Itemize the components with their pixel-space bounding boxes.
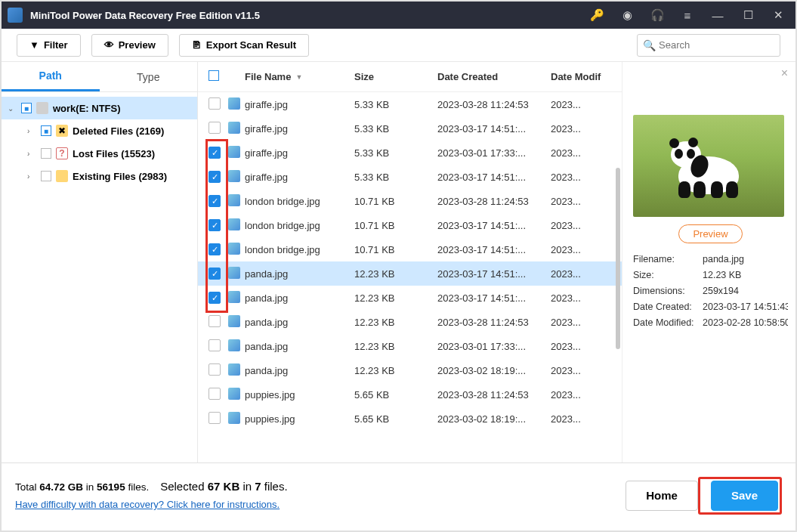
image-file-icon: [228, 388, 240, 400]
cell-name: giraffe.jpg: [245, 172, 354, 183]
menu-icon[interactable]: ≡: [681, 8, 694, 22]
cell-size: 5.33 KB: [354, 172, 437, 183]
minimize-icon[interactable]: —: [711, 8, 724, 22]
key-icon[interactable]: 🔑: [590, 8, 604, 22]
left-pane: Path Type ⌄ ■ work(E: NTFS) › ■ ✖ Delete…: [2, 62, 198, 462]
row-checkbox[interactable]: [209, 122, 221, 134]
home-button[interactable]: Home: [626, 481, 698, 511]
help-link[interactable]: Have difficulty with data recovery? Clic…: [15, 499, 280, 510]
image-file-icon: [228, 267, 240, 279]
tabs: Path Type: [2, 62, 197, 92]
row-checkbox[interactable]: [209, 315, 221, 327]
table-body: giraffe.jpg5.33 KB2023-03-28 11:24:53202…: [198, 92, 622, 462]
table-row[interactable]: panda.jpg12.23 KB2023-03-02 18:19:...202…: [198, 358, 622, 382]
search-input[interactable]: [637, 34, 780, 57]
preview-image-button[interactable]: Preview: [678, 224, 742, 243]
table-row[interactable]: ✓london bridge.jpg10.71 KB2023-03-17 14:…: [198, 237, 622, 261]
cell-created: 2023-03-17 14:51:...: [437, 292, 551, 304]
image-file-icon: [228, 170, 240, 182]
table-row[interactable]: panda.jpg12.23 KB2023-03-01 17:33:...202…: [198, 334, 622, 358]
tree-item-deleted[interactable]: › ■ ✖ Deleted Files (2169): [2, 119, 197, 142]
chevron-right-icon[interactable]: ›: [27, 172, 36, 181]
tree-item-lost[interactable]: › ? Lost Files (15523): [2, 142, 197, 165]
preview-button[interactable]: 👁 Preview: [91, 34, 168, 57]
table-row[interactable]: ✓london bridge.jpg10.71 KB2023-03-17 14:…: [198, 213, 622, 237]
cell-modified: 2023...: [551, 99, 611, 110]
cell-name: puppies.jpg: [245, 413, 354, 425]
export-button[interactable]: 🖹 Export Scan Result: [179, 34, 309, 57]
cell-modified: 2023...: [551, 147, 611, 159]
cell-modified: 2023...: [551, 172, 611, 183]
status-line: Total 64.72 GB in 56195 files. Selected …: [15, 477, 288, 496]
cell-size: 12.23 KB: [354, 292, 437, 304]
cell-name: panda.jpg: [245, 292, 354, 304]
tree-item-existing[interactable]: › Existing Files (2983): [2, 165, 197, 187]
row-checkbox[interactable]: [209, 97, 221, 110]
panda-image-icon: [667, 134, 750, 198]
cell-created: 2023-03-02 18:19:...: [437, 365, 551, 376]
tree-checkbox[interactable]: ■: [41, 125, 51, 136]
row-checkbox[interactable]: [209, 339, 221, 351]
row-checkbox[interactable]: ✓: [209, 171, 221, 183]
table-row[interactable]: panda.jpg12.23 KB2023-03-28 11:24:532023…: [198, 310, 622, 334]
chevron-down-icon[interactable]: ⌄: [8, 104, 17, 113]
cell-name: panda.jpg: [245, 268, 354, 280]
row-checkbox[interactable]: ✓: [209, 219, 221, 231]
app-title: MiniTool Power Data Recovery Free Editio…: [30, 10, 260, 21]
cell-size: 5.33 KB: [354, 123, 437, 135]
root-checkbox[interactable]: ■: [21, 103, 32, 113]
cell-name: panda.jpg: [245, 365, 354, 376]
headphones-icon[interactable]: 🎧: [650, 8, 664, 22]
row-checkbox[interactable]: ✓: [209, 147, 221, 159]
tree-root[interactable]: ⌄ ■ work(E: NTFS): [2, 97, 197, 119]
meta-key-size: Size:: [633, 270, 703, 280]
table-row[interactable]: ✓panda.jpg12.23 KB2023-03-17 14:51:...20…: [198, 286, 622, 310]
cell-modified: 2023...: [551, 292, 611, 304]
table-row[interactable]: ✓london bridge.jpg10.71 KB2023-03-28 11:…: [198, 189, 622, 213]
col-header-size[interactable]: Size: [354, 71, 437, 82]
content: Path Type ⌄ ■ work(E: NTFS) › ■ ✖ Delete…: [2, 62, 795, 462]
row-checkbox[interactable]: [209, 412, 221, 424]
cell-created: 2023-03-01 17:33:...: [437, 147, 551, 159]
chevron-right-icon[interactable]: ›: [27, 127, 36, 135]
meta-key-dimensions: Dimensions:: [633, 286, 703, 296]
col-header-modified[interactable]: Date Modif: [551, 71, 611, 82]
cell-modified: 2023...: [551, 413, 611, 425]
chevron-right-icon[interactable]: ›: [27, 150, 36, 158]
table-row[interactable]: puppies.jpg5.65 KB2023-03-28 11:24:53202…: [198, 382, 622, 407]
row-checkbox[interactable]: [209, 388, 221, 400]
row-checkbox[interactable]: [209, 363, 221, 376]
search-wrap: 🔍: [637, 34, 780, 57]
row-checkbox[interactable]: ✓: [209, 268, 221, 280]
tab-type[interactable]: Type: [100, 62, 198, 91]
maximize-icon[interactable]: ☐: [741, 8, 755, 22]
tree-checkbox[interactable]: [41, 148, 51, 159]
table-row[interactable]: giraffe.jpg5.33 KB2023-03-28 11:24:53202…: [198, 92, 622, 116]
save-button[interactable]: Save: [711, 481, 778, 511]
image-file-icon: [228, 339, 240, 351]
col-header-name[interactable]: File Name ▼: [245, 71, 354, 82]
cell-size: 12.23 KB: [354, 365, 437, 376]
export-label: Export Scan Result: [206, 39, 296, 51]
table-row[interactable]: ✓panda.jpg12.23 KB2023-03-17 14:51:...20…: [198, 261, 622, 286]
table-row[interactable]: puppies.jpg5.65 KB2023-03-02 18:19:...20…: [198, 407, 622, 431]
close-icon[interactable]: ✕: [771, 8, 785, 22]
filter-button[interactable]: ▼ Filter: [17, 34, 81, 57]
tree-checkbox[interactable]: [41, 171, 51, 181]
cell-name: london bridge.jpg: [245, 220, 354, 231]
disc-icon[interactable]: ◉: [620, 8, 634, 22]
tab-path[interactable]: Path: [2, 62, 100, 91]
cell-name: puppies.jpg: [245, 389, 354, 401]
row-checkbox[interactable]: ✓: [209, 195, 221, 207]
table-row[interactable]: giraffe.jpg5.33 KB2023-03-17 14:51:...20…: [198, 116, 622, 141]
col-header-created[interactable]: Date Created: [437, 71, 551, 82]
scrollbar[interactable]: [616, 168, 620, 349]
close-preview-icon[interactable]: ×: [781, 66, 788, 80]
table-row[interactable]: ✓giraffe.jpg5.33 KB2023-03-01 17:33:...2…: [198, 141, 622, 165]
select-all-checkbox[interactable]: [209, 70, 219, 81]
image-file-icon: [228, 315, 240, 327]
row-checkbox[interactable]: ✓: [209, 292, 221, 304]
tree-item-label: Lost Files (15523): [73, 148, 155, 159]
row-checkbox[interactable]: ✓: [209, 243, 221, 255]
table-row[interactable]: ✓giraffe.jpg5.33 KB2023-03-17 14:51:...2…: [198, 165, 622, 189]
